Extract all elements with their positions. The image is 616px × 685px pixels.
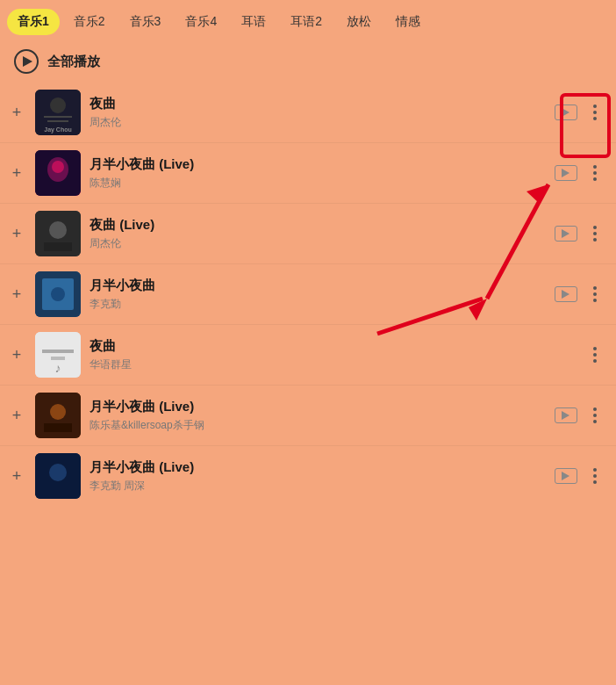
album-art-inner bbox=[35, 453, 81, 499]
play-icon bbox=[562, 169, 570, 177]
play-all-row: 全部播放 bbox=[0, 40, 616, 83]
more-options-button[interactable] bbox=[584, 162, 605, 184]
add-song-button[interactable]: + bbox=[7, 163, 26, 183]
dot bbox=[593, 407, 597, 411]
svg-rect-8 bbox=[40, 184, 75, 196]
mv-badge[interactable] bbox=[555, 165, 577, 181]
dot bbox=[593, 347, 597, 350]
svg-rect-21 bbox=[44, 423, 72, 432]
song-artist: 华语群星 bbox=[90, 357, 576, 372]
song-title: 月半小夜曲 (Live) bbox=[90, 156, 546, 173]
dot bbox=[593, 480, 597, 484]
add-song-button[interactable]: + bbox=[7, 103, 26, 122]
dot bbox=[593, 171, 597, 175]
add-song-button[interactable]: + bbox=[7, 224, 26, 243]
more-options-button[interactable] bbox=[584, 344, 605, 365]
more-options-button[interactable] bbox=[584, 465, 605, 487]
svg-rect-11 bbox=[44, 242, 72, 251]
svg-point-14 bbox=[51, 287, 65, 301]
song-actions bbox=[584, 344, 605, 365]
song-item: +♪夜曲华语群星 bbox=[0, 324, 616, 385]
add-song-button[interactable]: + bbox=[7, 466, 26, 486]
song-actions bbox=[555, 465, 605, 487]
svg-point-23 bbox=[49, 464, 67, 481]
mv-badge[interactable] bbox=[555, 407, 577, 423]
dot bbox=[593, 238, 597, 242]
album-art bbox=[35, 271, 81, 317]
album-art: ♪ bbox=[35, 332, 81, 378]
song-title: 夜曲 bbox=[90, 96, 546, 112]
play-icon bbox=[562, 290, 570, 299]
album-art bbox=[35, 150, 81, 196]
album-art-inner bbox=[35, 393, 81, 438]
song-info: 月半小夜曲 (Live)李克勤 周深 bbox=[90, 459, 546, 494]
album-art bbox=[35, 211, 81, 256]
dot bbox=[593, 468, 597, 472]
dot bbox=[593, 111, 597, 114]
dot bbox=[593, 165, 597, 169]
song-item: +月半小夜曲 (Live)李克勤 周深 bbox=[0, 445, 616, 506]
song-artist: 陈慧娴 bbox=[90, 176, 546, 191]
tab-tab-6[interactable]: 耳语2 bbox=[280, 9, 333, 35]
add-song-button[interactable]: + bbox=[7, 406, 26, 425]
svg-text:Jay Chou: Jay Chou bbox=[44, 126, 72, 133]
song-actions bbox=[555, 284, 605, 305]
tab-tab-2[interactable]: 音乐2 bbox=[63, 9, 116, 35]
tab-tab-7[interactable]: 放松 bbox=[336, 9, 382, 35]
add-song-button[interactable]: + bbox=[7, 345, 26, 364]
song-artist: 陈乐基&killersoap杀手钢 bbox=[90, 418, 546, 433]
album-art-inner bbox=[35, 150, 81, 196]
song-actions bbox=[555, 162, 605, 184]
play-all-label: 全部播放 bbox=[47, 54, 100, 70]
tab-tab-4[interactable]: 音乐4 bbox=[175, 9, 227, 35]
dot bbox=[593, 420, 597, 423]
song-info: 夜曲周杰伦 bbox=[90, 96, 546, 130]
more-options-button[interactable] bbox=[584, 223, 605, 244]
dot bbox=[593, 353, 597, 357]
dot bbox=[593, 117, 597, 120]
song-title: 月半小夜曲 (Live) bbox=[90, 399, 546, 415]
svg-rect-3 bbox=[47, 120, 68, 122]
play-icon bbox=[562, 108, 570, 117]
svg-rect-24 bbox=[46, 485, 70, 492]
svg-rect-2 bbox=[44, 116, 72, 118]
tab-tab-5[interactable]: 耳语 bbox=[231, 9, 276, 35]
tab-tab-1[interactable]: 音乐1 bbox=[7, 9, 60, 35]
tab-tab-3[interactable]: 音乐3 bbox=[119, 9, 172, 35]
play-icon bbox=[562, 229, 570, 238]
svg-text:♪: ♪ bbox=[55, 361, 61, 375]
song-title: 夜曲 bbox=[90, 338, 576, 355]
song-item: +月半小夜曲 (Live)陈乐基&killersoap杀手钢 bbox=[0, 385, 616, 445]
mv-badge[interactable] bbox=[555, 286, 577, 302]
song-artist: 李克勤 bbox=[90, 297, 546, 312]
song-info: 月半小夜曲 (Live)陈乐基&killersoap杀手钢 bbox=[90, 399, 546, 433]
album-art bbox=[35, 453, 81, 499]
play-all-button[interactable] bbox=[14, 49, 39, 74]
dot bbox=[593, 232, 597, 235]
album-art bbox=[35, 393, 81, 438]
add-song-button[interactable]: + bbox=[7, 285, 26, 304]
album-art-inner bbox=[35, 211, 81, 256]
song-item: +月半小夜曲李克勤 bbox=[0, 263, 616, 324]
song-artist: 周杰伦 bbox=[90, 236, 546, 251]
dot bbox=[593, 474, 597, 478]
mv-badge[interactable] bbox=[555, 105, 577, 120]
more-options-button[interactable] bbox=[584, 102, 605, 123]
svg-point-7 bbox=[52, 161, 64, 173]
mv-badge[interactable] bbox=[555, 226, 577, 242]
svg-point-10 bbox=[49, 221, 67, 239]
dot bbox=[593, 226, 597, 229]
album-art: Jay Chou bbox=[35, 90, 81, 135]
dot bbox=[593, 292, 597, 296]
song-list: +Jay Chou夜曲周杰伦+月半小夜曲 (Live)陈慧娴+夜曲 (Live)… bbox=[0, 83, 616, 506]
more-options-button[interactable] bbox=[584, 405, 605, 426]
dot bbox=[593, 299, 597, 302]
more-options-button[interactable] bbox=[584, 284, 605, 305]
tab-tab-8[interactable]: 情感 bbox=[385, 9, 431, 35]
svg-rect-17 bbox=[51, 357, 65, 360]
song-title: 月半小夜曲 (Live) bbox=[90, 459, 546, 476]
mv-badge[interactable] bbox=[555, 468, 577, 484]
album-art-inner: ♪ bbox=[35, 332, 81, 378]
song-artist: 李克勤 周深 bbox=[90, 479, 546, 494]
dot bbox=[593, 286, 597, 290]
